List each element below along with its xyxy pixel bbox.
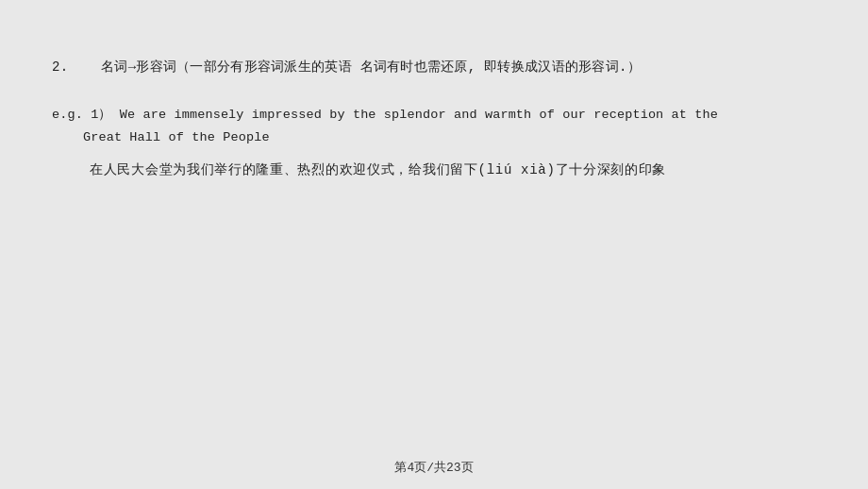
page-content: 2. 名词→形容词（一部分有形容词派生的英语 名词有时也需还原, 即转换成汉语的… — [0, 0, 868, 489]
section-number: 2. — [52, 59, 68, 75]
example-chinese: 在人民大会堂为我们举行的隆重、热烈的欢迎仪式，给我们留下(liú xià)了十分… — [52, 159, 816, 182]
section-text: 名词→形容词（一部分有形容词派生的英语 名词有时也需还原, 即转换成汉语的形容词… — [101, 59, 641, 75]
section-heading: 2. 名词→形容词（一部分有形容词派生的英语 名词有时也需还原, 即转换成汉语的… — [52, 57, 816, 77]
example-block: e.g. 1） We are immensely impressed by th… — [52, 104, 816, 181]
example-english-line2: Great Hall of the People — [83, 130, 270, 144]
example-chinese-text: 在人民大会堂为我们举行的隆重、热烈的欢迎仪式，给我们留下(liú xià)了十分… — [90, 162, 666, 177]
page-footer: 第4页/共23页 — [0, 459, 868, 476]
example-label: e.g. 1） — [52, 108, 112, 122]
example-english: e.g. 1） We are immensely impressed by th… — [52, 104, 816, 148]
example-english-line1: We are immensely impressed by the splend… — [120, 108, 718, 122]
footer-text: 第4页/共23页 — [394, 461, 473, 475]
